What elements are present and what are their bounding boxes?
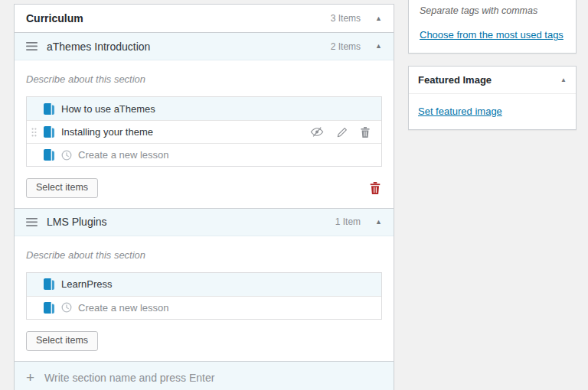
curriculum-metabox: Curriculum 3 Items ▲ aThemes Introductio… <box>14 4 394 390</box>
plus-icon: + <box>26 372 34 383</box>
select-items-button[interactable]: Select items <box>26 331 98 351</box>
section-header[interactable]: aThemes Introduction 2 Items ▲ <box>15 32 394 60</box>
collapse-arrow-icon[interactable]: ▲ <box>560 77 567 83</box>
drag-dots-icon[interactable] <box>31 128 37 137</box>
featured-image-title: Featured Image <box>418 74 492 86</box>
section-title[interactable]: aThemes Introduction <box>47 41 150 53</box>
collapse-arrow-icon[interactable]: ▲ <box>375 219 382 226</box>
lesson-book-icon <box>44 278 54 290</box>
section-title[interactable]: LMS Plugins <box>47 216 107 228</box>
section-header[interactable]: LMS Plugins 1 Item ▲ <box>15 208 394 236</box>
lesson-book-icon <box>44 103 54 115</box>
tags-metabox: Separate tags with commas Choose from th… <box>408 0 577 54</box>
select-items-button[interactable]: Select items <box>26 178 98 198</box>
lesson-title: LearnPress <box>61 278 112 290</box>
section-body: Describe about this section How to use a… <box>15 60 394 208</box>
section-body: Describe about this section LearnPress <box>15 236 394 361</box>
choose-most-used-tags-link[interactable]: Choose from the most used tags <box>420 29 564 41</box>
section-items-count: 1 Item <box>335 216 361 227</box>
trash-icon[interactable] <box>361 127 370 138</box>
lesson-book-icon <box>44 302 54 314</box>
lesson-row[interactable]: Installing your theme <box>27 120 381 143</box>
section-items-count: 2 Items <box>331 41 361 52</box>
lesson-row[interactable]: How to use aThemes <box>27 97 381 120</box>
new-lesson-row[interactable]: Create a new lesson <box>27 143 381 166</box>
section-athemes-introduction: aThemes Introduction 2 Items ▲ Describe … <box>15 32 394 208</box>
lesson-row[interactable]: LearnPress <box>27 273 381 296</box>
section-footer: Select items <box>26 178 382 198</box>
lesson-row-actions <box>310 127 370 138</box>
section-description-input[interactable]: Describe about this section <box>26 249 382 261</box>
clock-icon <box>61 302 72 313</box>
curriculum-header: Curriculum 3 Items ▲ <box>15 5 394 32</box>
new-section-placeholder: Write section name and press Enter <box>44 372 214 384</box>
curriculum-items-count: 3 Items <box>331 13 361 24</box>
section-footer: Select items <box>26 331 382 351</box>
delete-section-trash-icon[interactable] <box>370 182 382 194</box>
featured-image-header: Featured Image ▲ <box>409 67 576 94</box>
featured-image-body: Set featured image <box>409 94 576 129</box>
lesson-book-icon <box>44 126 54 138</box>
new-lesson-input[interactable]: Create a new lesson <box>78 149 169 161</box>
section-drag-handle-icon[interactable] <box>26 218 38 226</box>
section-items-list: LearnPress Create a new lesson <box>26 272 382 320</box>
featured-image-metabox: Featured Image ▲ Set featured image <box>408 66 577 130</box>
lesson-title: Installing your theme <box>61 126 153 138</box>
new-lesson-row[interactable]: Create a new lesson <box>27 296 381 319</box>
tags-hint: Separate tags with commas <box>420 5 565 16</box>
clock-icon <box>61 150 72 161</box>
new-section-input[interactable]: + Write section name and press Enter <box>15 361 394 390</box>
curriculum-title: Curriculum <box>26 12 83 24</box>
collapse-arrow-icon[interactable]: ▲ <box>375 43 382 50</box>
collapse-arrow-icon[interactable]: ▲ <box>375 15 382 22</box>
lesson-book-icon <box>44 149 54 161</box>
section-description-input[interactable]: Describe about this section <box>26 73 382 85</box>
set-featured-image-link[interactable]: Set featured image <box>418 106 502 117</box>
section-lms-plugins: LMS Plugins 1 Item ▲ Describe about this… <box>15 208 394 361</box>
new-lesson-input[interactable]: Create a new lesson <box>78 302 169 314</box>
edit-pencil-icon[interactable] <box>337 127 348 138</box>
eye-slash-preview-icon[interactable] <box>310 127 324 137</box>
section-items-list: How to use aThemes Installing your theme <box>26 96 382 167</box>
section-drag-handle-icon[interactable] <box>26 42 38 50</box>
lesson-title: How to use aThemes <box>61 103 155 115</box>
